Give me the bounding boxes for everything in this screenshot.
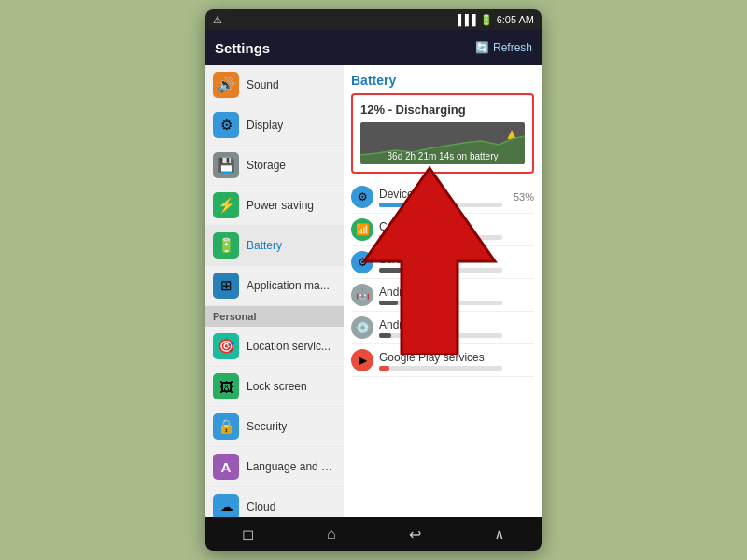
sidebar-label-sound: Sound [247,78,279,91]
sidebar-item-display[interactable]: ⚙ Display [205,105,344,146]
location-icon: 🎯 [213,333,239,359]
sidebar-item-battery[interactable]: 🔋 Battery [205,226,344,266]
sidebar-item-power[interactable]: ⚡ Power saving [205,186,344,226]
sidebar-item-storage[interactable]: 💾 Storage [205,146,344,186]
android-os-icon: 🤖 [351,284,374,306]
power-icon: ⚡ [213,192,239,218]
sidebar-item-cloud[interactable]: ☁ Cloud [205,487,344,517]
sidebar-label-storage: Storage [247,159,286,172]
sidebar-label-battery: Battery [247,239,282,252]
main-panel: Battery 12% - Discharging [344,65,542,517]
android-os-bar [379,301,398,305]
android-os-name: Android OS [379,286,502,299]
android-system-name: Android System [379,318,502,331]
sidebar-label-display: Display [247,119,283,132]
sidebar-label-lockscreen: Lock screen [247,380,307,393]
cell-standby-bar-container [379,235,502,240]
cell-standby-info: Cell standby [379,220,502,240]
device-idle-bar [379,203,444,207]
screen-info: Screen [379,253,502,273]
screen-name: Screen [379,253,502,266]
signal-icon: ▐▐▐ [454,14,475,25]
display-icon: ⚙ [213,112,239,138]
nav-recent-button[interactable]: ↩ [409,525,421,543]
battery-icon-sidebar: 🔋 [213,232,239,259]
google-play-icon: ▶ [351,349,374,371]
google-play-bar-container [379,366,502,371]
battery-status: 12% - Discharging [360,103,525,117]
device-idle-icon: ⚙ [351,186,374,208]
content-area: 🔊 Sound ⚙ Display 💾 Storage ⚡ Power savi… [205,65,542,517]
google-play-info: Google Play services [379,351,502,371]
android-system-info: Android System [379,318,502,338]
sidebar-label-power: Power saving [247,199,314,212]
device-idle-name: Device idle [379,188,502,201]
usage-item-android-os: 🤖 Android OS [351,279,534,312]
storage-icon: 💾 [213,152,239,178]
screen-icon: ⚙ [351,251,374,273]
security-icon: 🔒 [213,413,239,440]
battery-card: 12% - Discharging 36d 2h 21m 14s on batt… [351,93,534,174]
language-icon: A [213,454,239,480]
android-system-icon: 💿 [351,316,374,339]
screen-bar-container [379,268,502,273]
sidebar-item-sound[interactable]: 🔊 Sound [205,65,344,105]
appmanager-icon: ⊞ [213,273,239,299]
sound-icon: 🔊 [213,72,239,98]
sidebar-label-location: Location servic... [247,340,331,353]
android-system-bar-container [379,333,502,338]
device-idle-bar-container [379,203,502,207]
toolbar-title: Settings [215,40,270,56]
sidebar-item-lockscreen[interactable]: 🖼 Lock screen [205,367,344,407]
lockscreen-icon: 🖼 [213,373,239,399]
battery-section-title: Battery [351,73,534,88]
screen-bar [379,268,406,273]
status-right: ▐▐▐ 🔋 6:05 AM [454,14,534,26]
sidebar-label-cloud: Cloud [247,500,275,513]
sidebar-item-location[interactable]: 🎯 Location servic... [205,327,344,367]
sidebar-label-language: Language and k... [247,460,336,473]
sidebar: 🔊 Sound ⚙ Display 💾 Storage ⚡ Power savi… [205,65,344,517]
refresh-button[interactable]: 🔄 Refresh [475,41,532,54]
device-idle-info: Device idle [379,188,502,207]
phone-frame: ⚠ ▐▐▐ 🔋 6:05 AM Settings 🔄 Refresh 🔊 Sou… [205,9,542,551]
nav-back-button[interactable]: ◻ [242,525,254,543]
cell-standby-icon: 📶 [351,218,374,241]
nav-bar: ◻ ⌂ ↩ ∧ [205,517,542,551]
status-bar: ⚠ ▐▐▐ 🔋 6:05 AM [205,9,542,30]
usage-item-cell-standby: 📶 Cell standby [351,214,534,246]
section-personal: Personal [205,306,344,327]
device-idle-percent: 53% [508,191,534,203]
refresh-label: Refresh [493,41,532,54]
nav-up-button[interactable]: ∧ [494,525,505,543]
chart-time-label: 36d 2h 21m 14s on battery [388,151,499,161]
android-system-bar [379,333,391,338]
battery-icon: 🔋 [480,14,493,26]
sidebar-item-language[interactable]: A Language and k... [205,447,344,487]
refresh-icon: 🔄 [475,41,489,54]
cell-standby-bar [379,235,416,240]
usage-item-android-system: 💿 Android System [351,312,534,344]
time-display: 6:05 AM [497,14,534,25]
sidebar-item-security[interactable]: 🔒 Security [205,407,344,447]
sidebar-item-appmanager[interactable]: ⊞ Application ma... [205,266,344,306]
google-play-bar [379,366,389,371]
usage-item-google-play: ▶ Google Play services [351,344,534,377]
sidebar-label-appmanager: Application ma... [247,279,330,292]
cell-standby-name: Cell standby [379,220,502,233]
status-left: ⚠ [213,14,222,26]
sidebar-label-security: Security [247,420,287,433]
warning-icon: ⚠ [213,14,222,26]
battery-chart: 36d 2h 21m 14s on battery [360,122,525,164]
android-os-bar-container [379,301,502,305]
usage-item-device-idle: ⚙ Device idle 53% [351,181,534,214]
cloud-icon: ☁ [213,494,239,517]
google-play-name: Google Play services [379,351,502,364]
toolbar: Settings 🔄 Refresh [205,30,542,65]
nav-home-button[interactable]: ⌂ [327,525,336,542]
android-os-info: Android OS [379,286,502,305]
usage-item-screen: ⚙ Screen [351,246,534,279]
